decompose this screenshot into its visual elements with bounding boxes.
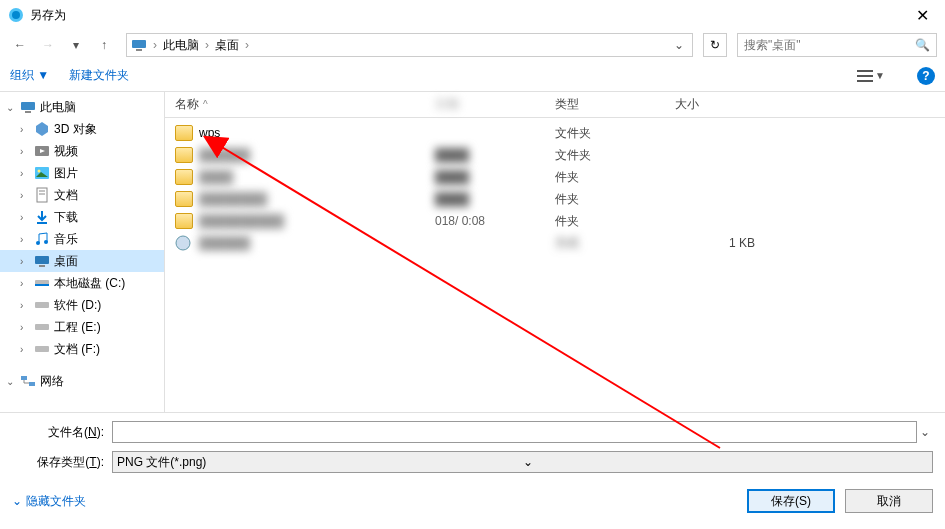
hide-folders-link[interactable]: ⌄隐藏文件夹 — [12, 493, 86, 510]
file-date: ████ — [435, 148, 555, 162]
close-button[interactable]: ✕ — [908, 6, 937, 25]
file-area: 名称^ 日期 类型 大小 wps 文件夹 ██████ ████ 文件夹 — [165, 92, 945, 412]
forward-button[interactable]: → — [36, 33, 60, 57]
sidebar-item-disk-f[interactable]: ›文档 (F:) — [0, 338, 164, 360]
crumb-desktop[interactable]: 桌面 — [213, 37, 241, 54]
svg-rect-22 — [39, 265, 45, 267]
crumb-pc[interactable]: 此电脑 — [161, 37, 201, 54]
file-type: 文件夹 — [555, 125, 675, 142]
sidebar-item-video[interactable]: ›视频 — [0, 140, 164, 162]
column-name[interactable]: 名称^ — [175, 96, 435, 113]
filetype-select[interactable]: PNG 文件(*.png) ⌄ — [112, 451, 933, 473]
recent-dropdown[interactable]: ▾ — [64, 33, 88, 57]
cancel-button[interactable]: 取消 — [845, 489, 933, 513]
app-icon — [8, 7, 24, 23]
svg-point-13 — [38, 170, 41, 173]
svg-rect-5 — [857, 75, 873, 77]
video-icon — [34, 143, 50, 159]
address-dropdown[interactable]: ⌄ — [670, 38, 688, 52]
sidebar-item-3d[interactable]: ›3D 对象 — [0, 118, 164, 140]
filename-input[interactable] — [112, 421, 917, 443]
svg-rect-15 — [37, 188, 47, 202]
column-type[interactable]: 类型 — [555, 96, 675, 113]
sidebar-item-desktop[interactable]: ›桌面 — [0, 250, 164, 272]
chevron-right-icon: › — [20, 344, 30, 355]
file-type: 件夹 — [555, 213, 675, 230]
file-date: ████ — [435, 192, 555, 206]
svg-point-20 — [44, 240, 48, 244]
file-type: 方式 — [555, 235, 675, 252]
search-icon[interactable]: 🔍 — [915, 38, 930, 52]
file-date: 018/ 0:08 — [435, 214, 555, 228]
svg-rect-2 — [132, 40, 146, 48]
chevron-right-icon: › — [20, 278, 30, 289]
titlebar: 另存为 ✕ — [0, 0, 945, 30]
disk-icon — [34, 319, 50, 335]
file-row[interactable]: ████ ████ 件夹 — [175, 166, 935, 188]
column-date[interactable]: 日期 — [435, 96, 555, 113]
network-icon — [20, 373, 36, 389]
desktop-icon — [34, 253, 50, 269]
file-row[interactable]: wps 文件夹 — [175, 122, 935, 144]
chevron-right-icon: › — [20, 212, 30, 223]
save-button[interactable]: 保存(S) — [747, 489, 835, 513]
sidebar-item-pictures[interactable]: ›图片 — [0, 162, 164, 184]
file-name: ██████████ — [199, 214, 435, 228]
back-button[interactable]: ← — [8, 33, 32, 57]
sidebar-item-disk-d[interactable]: ›软件 (D:) — [0, 294, 164, 316]
chevron-down-icon: ⌄ — [523, 455, 929, 469]
view-options[interactable]: ▼ — [857, 69, 885, 83]
help-icon[interactable]: ? — [917, 67, 935, 85]
file-row[interactable]: ██████ ████ 文件夹 — [175, 144, 935, 166]
address-bar[interactable]: › 此电脑 › 桌面 › ⌄ — [126, 33, 693, 57]
svg-rect-25 — [35, 302, 49, 308]
search-input[interactable] — [744, 38, 915, 52]
svg-point-30 — [176, 236, 190, 250]
sidebar-item-downloads[interactable]: ›下载 — [0, 206, 164, 228]
svg-point-19 — [36, 241, 40, 245]
file-row[interactable]: ██████████ 018/ 0:08 件夹 — [175, 210, 935, 232]
disk-icon — [34, 341, 50, 357]
document-icon — [34, 187, 50, 203]
file-row[interactable]: ████████ ████ 件夹 — [175, 188, 935, 210]
file-date: ████ — [435, 170, 555, 184]
bottom-area: 文件名(N): ⌄ 保存类型(T): PNG 文件(*.png) ⌄ ⌄隐藏文件… — [0, 412, 945, 525]
svg-rect-7 — [21, 102, 35, 110]
filename-label: 文件名(N): — [12, 424, 112, 441]
sidebar-item-label: 文档 (F:) — [54, 341, 100, 358]
file-name: ████████ — [199, 192, 435, 206]
sidebar-item-label: 音乐 — [54, 231, 78, 248]
chevron-down-icon: ⌄ — [6, 102, 16, 113]
sidebar-item-label: 3D 对象 — [54, 121, 97, 138]
up-button[interactable]: ↑ — [92, 33, 116, 57]
sidebar-item-label: 下载 — [54, 209, 78, 226]
sidebar-item-disk-c[interactable]: ›本地磁盘 (C:) — [0, 272, 164, 294]
sidebar-item-disk-e[interactable]: ›工程 (E:) — [0, 316, 164, 338]
file-type: 文件夹 — [555, 147, 675, 164]
svg-rect-3 — [136, 49, 142, 51]
organize-button[interactable]: 组织 ▼ — [10, 67, 49, 84]
refresh-button[interactable]: ↻ — [703, 33, 727, 57]
svg-rect-28 — [21, 376, 27, 380]
column-headers: 名称^ 日期 类型 大小 — [165, 92, 945, 118]
folder-icon — [175, 213, 193, 229]
svg-rect-26 — [35, 324, 49, 330]
sidebar-item-music[interactable]: ›音乐 — [0, 228, 164, 250]
toolbar: 组织 ▼ 新建文件夹 ▼ ? — [0, 60, 945, 92]
filetype-value: PNG 文件(*.png) — [117, 454, 523, 471]
sidebar-item-label: 网络 — [40, 373, 64, 390]
column-size[interactable]: 大小 — [675, 96, 755, 113]
breadcrumb[interactable]: › 此电脑 › 桌面 › — [151, 37, 251, 54]
file-size: 1 KB — [675, 236, 755, 250]
chevron-right-icon: › — [20, 190, 30, 201]
file-row[interactable]: ██████ 方式 1 KB — [175, 232, 935, 254]
sidebar-item-documents[interactable]: ›文档 — [0, 184, 164, 206]
download-icon — [34, 209, 50, 225]
filename-row: 文件名(N): ⌄ — [12, 421, 933, 443]
sidebar-item-label: 视频 — [54, 143, 78, 160]
search-box[interactable]: 🔍 — [737, 33, 937, 57]
sidebar-network[interactable]: ⌄网络 — [0, 370, 164, 392]
sidebar-this-pc[interactable]: ⌄ 此电脑 — [0, 96, 164, 118]
new-folder-button[interactable]: 新建文件夹 — [69, 67, 129, 84]
file-name: wps — [199, 126, 435, 140]
